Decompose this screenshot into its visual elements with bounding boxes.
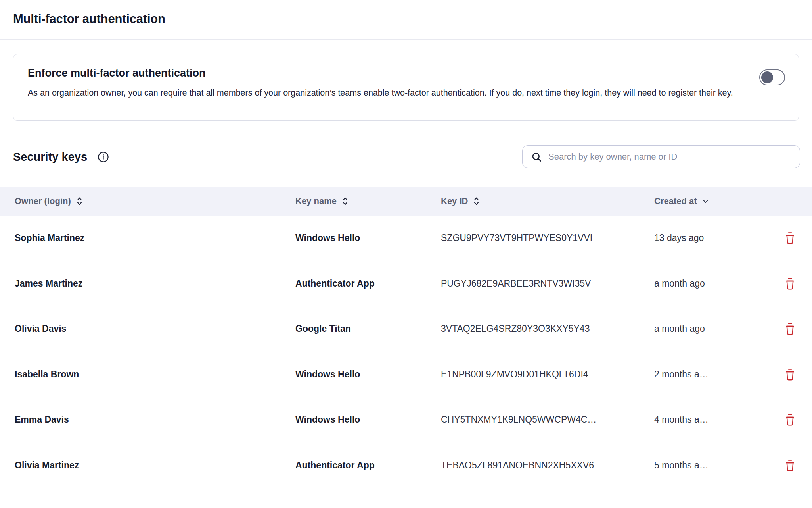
sort-up-down-icon bbox=[342, 197, 349, 206]
chevron-down-icon bbox=[702, 199, 709, 204]
created-at-cell: a month ago bbox=[654, 323, 765, 334]
owner-cell: Olivia Davis bbox=[15, 323, 295, 334]
trash-icon bbox=[785, 277, 795, 290]
table-row: Olivia Martinez Authenticator App TEBAO5… bbox=[0, 443, 812, 489]
security-keys-title: Security keys bbox=[13, 150, 87, 164]
search-input[interactable] bbox=[548, 152, 792, 162]
enforce-mfa-title: Enforce multi-factor authentication bbox=[28, 67, 784, 79]
delete-key-button[interactable] bbox=[783, 458, 797, 473]
column-label: Created at bbox=[654, 196, 697, 206]
trash-icon bbox=[785, 368, 795, 381]
table-header-row: Owner (login) Key name Key ID bbox=[0, 187, 812, 216]
created-at-cell: 13 days ago bbox=[654, 233, 765, 243]
enforce-mfa-description: As an organization owner, you can requir… bbox=[28, 86, 741, 100]
sort-up-down-icon bbox=[76, 197, 83, 206]
search-box bbox=[522, 145, 800, 168]
key-name-cell: Windows Hello bbox=[295, 414, 441, 425]
key-id-cell: SZGU9PVY73VT9HTPWYES0Y1VVI bbox=[441, 233, 654, 243]
column-header-keyid[interactable]: Key ID bbox=[441, 196, 654, 206]
search-icon bbox=[531, 152, 542, 162]
delete-key-button[interactable] bbox=[783, 276, 797, 291]
owner-cell: Isabella Brown bbox=[15, 369, 295, 380]
column-header-owner[interactable]: Owner (login) bbox=[15, 196, 295, 206]
trash-icon bbox=[785, 459, 795, 471]
security-keys-bar: Security keys bbox=[0, 145, 812, 168]
trash-icon bbox=[785, 323, 795, 335]
created-at-cell: 4 months a… bbox=[654, 414, 765, 425]
owner-cell: Sophia Martinez bbox=[15, 233, 295, 243]
column-header-keyname[interactable]: Key name bbox=[295, 196, 441, 206]
key-id-cell: CHY5TNXMY1K9LNQ5WWCPW4C… bbox=[441, 414, 654, 425]
toggle-knob bbox=[761, 71, 773, 83]
delete-key-button[interactable] bbox=[783, 230, 797, 246]
owner-cell: Emma Davis bbox=[15, 414, 295, 425]
column-label: Owner (login) bbox=[15, 196, 71, 206]
trash-icon bbox=[785, 414, 795, 426]
page-title: Multi-factor authentication bbox=[13, 12, 799, 26]
column-header-created-at[interactable]: Created at bbox=[654, 196, 765, 206]
created-at-cell: 5 months a… bbox=[654, 460, 765, 471]
table-row: Olivia Davis Google Titan 3VTAQ2ELG4SRZ8… bbox=[0, 306, 812, 352]
delete-key-button[interactable] bbox=[783, 367, 797, 382]
key-id-cell: 3VTAQ2ELG4SRZ80Y3O3KXY5Y43 bbox=[441, 323, 654, 334]
enforce-mfa-card: Enforce multi-factor authentication As a… bbox=[13, 54, 799, 121]
created-at-cell: 2 months a… bbox=[654, 369, 765, 380]
key-name-cell: Authenticator App bbox=[295, 460, 441, 471]
table-row: Emma Davis Windows Hello CHY5TNXMY1K9LNQ… bbox=[0, 397, 812, 443]
key-name-cell: Google Titan bbox=[295, 323, 441, 334]
owner-cell: Olivia Martinez bbox=[15, 460, 295, 471]
key-name-cell: Windows Hello bbox=[295, 233, 441, 243]
security-keys-table: Owner (login) Key name Key ID bbox=[0, 187, 812, 488]
key-id-cell: TEBAO5ZL891ANOEBNN2XH5XXV6 bbox=[441, 460, 654, 471]
delete-key-button[interactable] bbox=[783, 412, 797, 427]
enforce-mfa-toggle[interactable] bbox=[759, 69, 785, 85]
created-at-cell: a month ago bbox=[654, 278, 765, 289]
table-row: Isabella Brown Windows Hello E1NPB00L9ZM… bbox=[0, 352, 812, 398]
key-name-cell: Windows Hello bbox=[295, 369, 441, 380]
column-label: Key ID bbox=[441, 196, 468, 206]
column-label: Key name bbox=[295, 196, 337, 206]
table-body: Sophia Martinez Windows Hello SZGU9PVY73… bbox=[0, 216, 812, 488]
info-icon[interactable] bbox=[98, 151, 109, 163]
table-row: Sophia Martinez Windows Hello SZGU9PVY73… bbox=[0, 216, 812, 261]
page-header: Multi-factor authentication bbox=[0, 0, 812, 40]
delete-key-button[interactable] bbox=[783, 321, 797, 337]
table-row: James Martinez Authenticator App PUGYJ68… bbox=[0, 261, 812, 307]
owner-cell: James Martinez bbox=[15, 278, 295, 289]
sort-up-down-icon bbox=[473, 197, 480, 206]
key-name-cell: Authenticator App bbox=[295, 278, 441, 289]
key-id-cell: E1NPB00L9ZMVO9D01HKQLT6DI4 bbox=[441, 369, 654, 380]
key-id-cell: PUGYJ682E9ARBEE3RNTV3WI35V bbox=[441, 278, 654, 289]
trash-icon bbox=[785, 232, 795, 244]
